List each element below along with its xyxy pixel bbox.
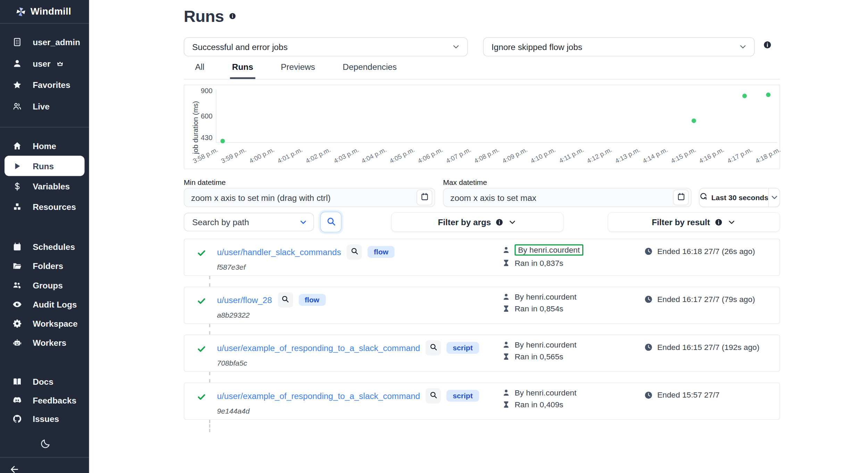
sidebar-item-feedbacks[interactable]: Feedbacks bbox=[0, 391, 89, 410]
theme-toggle-button[interactable] bbox=[39, 438, 51, 451]
app-logo[interactable]: Windmill bbox=[0, 0, 89, 24]
hourglass-icon bbox=[502, 401, 510, 409]
windmill-logo-icon bbox=[15, 6, 26, 17]
run-by: By henri.courdent bbox=[515, 292, 576, 301]
chart-x-tick-label: 4:15 p.m. bbox=[649, 146, 697, 175]
sidebar-item-home[interactable]: Home bbox=[0, 136, 89, 156]
run-meta: By henri.courdentRan in 0,565s bbox=[502, 340, 576, 361]
chevron-down-icon bbox=[770, 193, 779, 202]
chevron-down-icon bbox=[299, 218, 308, 227]
tab-all[interactable]: All bbox=[193, 58, 207, 79]
tab-previews[interactable]: Previews bbox=[278, 58, 317, 79]
run-ended: Ended 16:15 27/7 (192s ago) bbox=[644, 342, 760, 351]
dollar-icon bbox=[12, 181, 22, 191]
skipped-flow-filter-select[interactable]: Ignore skipped flow jobs bbox=[483, 37, 754, 56]
chart-data-point[interactable] bbox=[742, 94, 747, 98]
run-inspect-button[interactable] bbox=[426, 340, 441, 356]
person-icon bbox=[502, 389, 510, 397]
chart-data-point[interactable] bbox=[766, 92, 770, 97]
run-row[interactable]: u/user/example_of_responding_to_a_slack_… bbox=[184, 383, 780, 420]
moon-icon bbox=[40, 442, 50, 451]
sidebar-item-workers[interactable]: Workers bbox=[0, 333, 89, 352]
sidebar-item-folders[interactable]: Folders bbox=[0, 256, 89, 275]
chart-x-tick-label: 4:07 p.m. bbox=[424, 146, 472, 175]
play-icon bbox=[12, 161, 22, 171]
job-duration-chart[interactable]: job duration (ms) 9006004303:58 p.m.3:59… bbox=[184, 85, 780, 170]
building-icon bbox=[12, 37, 22, 47]
run-path-link[interactable]: u/user/flow_28 bbox=[217, 295, 272, 305]
run-path-link[interactable]: u/user/handler_slack_commands bbox=[217, 247, 341, 257]
refresh-icon bbox=[700, 193, 708, 203]
sidebar-item-live[interactable]: Live bbox=[0, 95, 89, 117]
folder-icon bbox=[12, 261, 22, 271]
chevron-down-icon bbox=[508, 218, 517, 227]
tab-dependencies[interactable]: Dependencies bbox=[341, 58, 399, 79]
clock-icon bbox=[644, 343, 653, 351]
max-datetime-calendar-button[interactable] bbox=[673, 189, 688, 205]
sidebar-item-label: Docs bbox=[33, 377, 53, 386]
run-kind-tabs: AllRunsPreviewsDependencies bbox=[184, 58, 780, 80]
book-icon bbox=[12, 377, 22, 387]
run-path-link[interactable]: u/user/example_of_responding_to_a_slack_… bbox=[217, 391, 420, 401]
run-duration: Ran in 0,409s bbox=[515, 400, 563, 409]
skipped-flow-filter-value: Ignore skipped flow jobs bbox=[492, 42, 738, 52]
job-status-filter-select[interactable]: Successful and error jobs bbox=[184, 37, 468, 56]
sidebar-item-variables[interactable]: Variables bbox=[0, 176, 89, 196]
sidebar-item-docs[interactable]: Docs bbox=[0, 372, 89, 391]
run-inspect-button[interactable] bbox=[278, 292, 293, 308]
chart-x-tick-label: 4:10 p.m. bbox=[508, 146, 557, 175]
filter-by-result-button[interactable]: Filter by result bbox=[608, 212, 780, 232]
run-inspect-button[interactable] bbox=[347, 244, 362, 260]
sidebar-item-user-admin[interactable]: user_admin bbox=[0, 31, 89, 52]
sidebar-item-issues[interactable]: Issues bbox=[0, 410, 89, 429]
run-row[interactable]: u/user/example_of_responding_to_a_slack_… bbox=[184, 335, 780, 372]
sidebar-item-label: Live bbox=[33, 101, 50, 111]
search-button[interactable] bbox=[320, 212, 342, 233]
sidebar-item-runs[interactable]: Runs bbox=[5, 156, 85, 176]
run-path-link[interactable]: u/user/example_of_responding_to_a_slack_… bbox=[217, 343, 420, 353]
chart-x-tick-label: 4:14 p.m. bbox=[621, 146, 669, 175]
time-range-label: Last 30 seconds bbox=[711, 193, 768, 202]
min-datetime-placeholder: zoom x axis to set min (drag with ctrl) bbox=[191, 193, 416, 202]
sidebar-item-label: Home bbox=[33, 141, 56, 150]
hourglass-icon bbox=[502, 353, 510, 361]
run-meta: By henri.courdentRan in 0,837s bbox=[502, 244, 583, 268]
chart-x-tick-label: 4:02 p.m. bbox=[283, 146, 332, 175]
max-datetime-input[interactable]: zoom x axis to set max bbox=[443, 188, 692, 207]
sidebar-item-groups[interactable]: Groups bbox=[0, 275, 89, 294]
collapse-sidebar-button[interactable] bbox=[8, 464, 21, 473]
sidebar-item-audit-logs[interactable]: Audit Logs bbox=[0, 294, 89, 313]
sidebar-item-user[interactable]: user bbox=[0, 52, 89, 74]
chart-x-tick-label: 4:04 p.m. bbox=[340, 146, 388, 175]
search-mode-select[interactable]: Search by path bbox=[184, 213, 314, 231]
run-kind-badge: flow bbox=[299, 294, 326, 306]
chevron-down-icon bbox=[738, 42, 748, 51]
min-datetime-calendar-button[interactable] bbox=[417, 189, 432, 205]
tab-runs[interactable]: Runs bbox=[230, 58, 256, 79]
min-datetime-input[interactable]: zoom x axis to set min (drag with ctrl) bbox=[184, 188, 435, 207]
sidebar-item-workspace[interactable]: Workspace bbox=[0, 314, 89, 333]
search-icon bbox=[429, 391, 437, 401]
run-id: 708bfa5c bbox=[217, 359, 247, 367]
home-icon bbox=[12, 140, 22, 150]
sidebar-item-label: Workers bbox=[33, 338, 66, 348]
success-check-icon bbox=[197, 392, 207, 402]
chart-data-point[interactable] bbox=[692, 119, 696, 123]
sidebar-item-label: Resources bbox=[33, 202, 76, 211]
sidebar-item-favorites[interactable]: Favorites bbox=[0, 74, 89, 96]
sidebar-item-label: Runs bbox=[33, 161, 54, 171]
sidebar-item-label: Issues bbox=[33, 414, 59, 424]
filter-by-args-button[interactable]: Filter by args bbox=[391, 212, 564, 232]
time-range-dropdown-button[interactable] bbox=[768, 188, 779, 206]
run-ended-text: Ended 16:15 27/7 (192s ago) bbox=[657, 342, 759, 351]
sidebar-item-resources[interactable]: Resources bbox=[0, 196, 89, 217]
sidebar-item-schedules[interactable]: Schedules bbox=[0, 237, 89, 256]
filter-by-args-label: Filter by args bbox=[438, 217, 491, 227]
info-icon[interactable] bbox=[763, 41, 771, 49]
run-inspect-button[interactable] bbox=[426, 388, 441, 403]
runs-list: u/user/handler_slack_commandsflowf587e3e… bbox=[184, 239, 780, 432]
time-range-button[interactable]: Last 30 seconds bbox=[700, 188, 768, 206]
run-row[interactable]: u/user/flow_28flowa8b29322By henri.courd… bbox=[184, 287, 780, 324]
info-icon[interactable] bbox=[229, 13, 236, 20]
run-row[interactable]: u/user/handler_slack_commandsflowf587e3e… bbox=[184, 239, 780, 276]
